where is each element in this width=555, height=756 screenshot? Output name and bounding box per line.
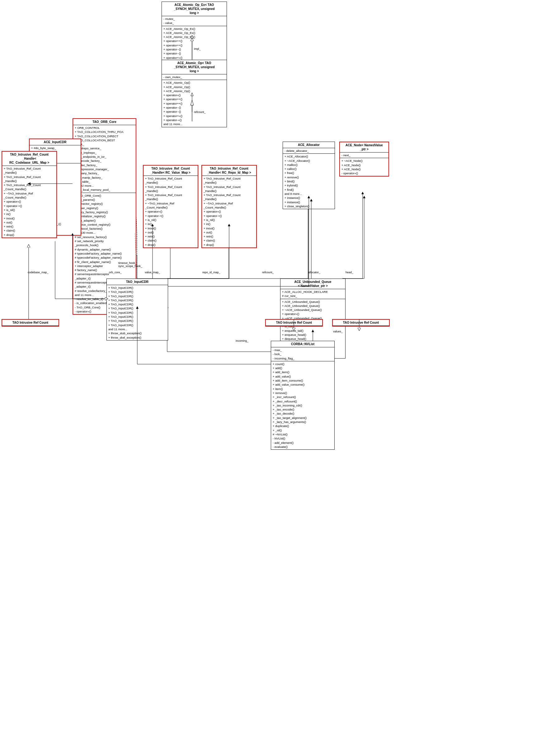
tao-intrusive-codebase-methods: + TAO_Intrusive_Ref_Count _Handle() + TA… bbox=[2, 166, 56, 237]
tao-orb-core-title: TAO_ORB_Core bbox=[73, 119, 136, 125]
tao-inputcdr-methods: + TAO_InputCDR() + TAO_InputCDR() + TAO_… bbox=[107, 285, 168, 340]
ace-unbounded-queue-fields: + ACE_ALLOC_HOOK_DECLARE # cur_size_ bbox=[281, 289, 345, 299]
tao-intrusive-ref-left-box: TAO Intrusive Ref Count bbox=[2, 319, 59, 326]
ace-atomic-op-ex-fields: - mutex_ - value_ bbox=[162, 16, 227, 26]
tao-inputcdr-box: TAO_InputCDR + TAO_InputCDR() + TAO_Inpu… bbox=[106, 278, 168, 341]
allocator-label: allocator_ bbox=[308, 271, 320, 274]
tao-intrusive-value-box: TAO_Intrusive_Ref_Count_Handle< RC_Value… bbox=[143, 165, 198, 248]
ace-unbounded-queue-title: ACE_Unbounded_Queue< NamedValue_ptr > bbox=[281, 279, 345, 289]
tao-inputcdr-title: TAO_InputCDR bbox=[107, 279, 168, 285]
ace-atomic-op-ex-title: ACE_Atomic_Op_Ex< TAO_SYNCH_MUTEX, unsig… bbox=[162, 2, 227, 16]
ace-allocator-methods: + ACE_Allocator() + ~ACE_Allocator() + m… bbox=[283, 154, 335, 209]
corba-nvlist-box: CORBA::NVList - max_ - lock_ - incoming_… bbox=[271, 341, 335, 450]
tao-intrusive-codebase-box: TAO_Intrusive_Ref_Count_Handle< RC_Codeb… bbox=[2, 151, 57, 238]
corba-nvlist-fields: - max_ - lock_ - incoming_flag_ bbox=[271, 347, 334, 361]
incoming-label: incoming_ bbox=[236, 339, 248, 342]
values-label: values_ bbox=[333, 330, 343, 333]
corba-nvlist-title: CORBA::NVList bbox=[271, 341, 334, 347]
ace-atomic-op-title: ACE_Atomic_Op< TAO_SYNCH_MUTEX, unsigned… bbox=[162, 60, 227, 74]
tao-orb-core-fields: + ORB_CONTROL + TAO_COLLOCATION_THRU_POA… bbox=[73, 125, 136, 193]
timeout-hook-label: timeout_hook_sync_scope_hook_ bbox=[118, 261, 142, 268]
tao-intrusive-ref-right-box: TAO Intrusive Ref Count bbox=[332, 319, 390, 326]
codebase-map-label: codebase_map_ bbox=[28, 271, 49, 274]
repo-id-map-label: repo_id_map_ bbox=[202, 271, 220, 274]
ace-atomic-op-methods: + ACE_Atomic_Op() + ACE_Atomic_Op() + AC… bbox=[162, 80, 227, 127]
tao-intrusive-value-methods: + TAO_Intrusive_Ref_Count _Handle() + TA… bbox=[143, 176, 198, 248]
head-label: head_ bbox=[345, 271, 353, 274]
corba-nvlist-methods: + count() + add() + add_item() + add_val… bbox=[271, 361, 334, 449]
ace-node-namedvalue-methods: + ~ACE_Node() + ACE_Node() + ACE_Node() … bbox=[340, 158, 388, 176]
ace-allocator-fields: - delete_allocator_ bbox=[283, 148, 335, 154]
refcount2-label: refcount_ bbox=[262, 271, 274, 274]
ace-allocator-box: ACE_Allocator - delete_allocator_ + ACE_… bbox=[283, 142, 335, 209]
orb-core-label: orb_core_ bbox=[109, 271, 122, 274]
impl-label: impl_ bbox=[194, 47, 201, 50]
tao-intrusive-ref-mid-box: TAO Intrusive Ref Count bbox=[265, 319, 323, 326]
ace-node-namedvalue-fields: - next_ bbox=[340, 152, 388, 158]
tao-intrusive-ref-left-title: TAO Intrusive Ref Count bbox=[2, 320, 58, 326]
tao-intrusive-repo-title: TAO_Intrusive_Ref_Count_Handle< RC_Repo_… bbox=[202, 166, 256, 176]
ace-inputcdr-title: ACE_InputCDR bbox=[30, 139, 81, 145]
tao-intrusive-ref-right-title: TAO Intrusive Ref Count bbox=[333, 320, 389, 326]
tao-intrusive-repo-methods: + TAO_Intrusive_Ref_Count _Handle() + TA… bbox=[202, 176, 256, 248]
ace-node-namedvalue-title: ACE_Node< NamedValue_ptr > bbox=[340, 142, 388, 152]
refcount-label-top: refcount_ bbox=[194, 110, 206, 114]
tao-intrusive-repo-box: TAO_Intrusive_Ref_Count_Handle< RC_Repo_… bbox=[201, 165, 257, 248]
ace-atomic-op-box: ACE_Atomic_Op< TAO_SYNCH_MUTEX, unsigned… bbox=[162, 60, 227, 127]
tao-intrusive-value-title: TAO_Intrusive_Ref_Count_Handle< RC_Value… bbox=[143, 166, 198, 176]
tao-intrusive-codebase-title: TAO_Intrusive_Ref_Count_Handle< RC_Codeb… bbox=[2, 151, 56, 166]
ace-atomic-op-fields: - own_mutex_ bbox=[162, 74, 227, 80]
value-map-label: value_map_ bbox=[145, 271, 160, 274]
ace-node-namedvalue-box: ACE_Node< NamedValue_ptr > - next_ + ~AC… bbox=[339, 142, 389, 176]
tao-intrusive-ref-mid-title: TAO Intrusive Ref Count bbox=[266, 320, 322, 326]
ace-allocator-title: ACE_Allocator bbox=[283, 142, 335, 148]
